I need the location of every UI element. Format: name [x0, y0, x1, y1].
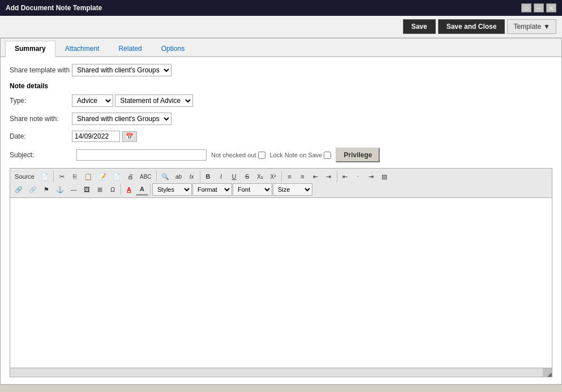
content-area: Share template with Shared with client's…	[1, 57, 561, 384]
not-checked-out-label: Not checked out	[211, 152, 265, 159]
align-left-button[interactable]: ⇤	[339, 170, 351, 183]
editor-toolbar-row2: 🔗 🔗 ⚑ ⚓ — 🖼 ⊞ Ω A A Styles F	[12, 183, 550, 196]
align-right-button[interactable]: ⇥	[365, 170, 377, 183]
sep2	[156, 171, 157, 182]
sep6	[121, 184, 121, 195]
bg-color-button[interactable]: A	[136, 183, 148, 196]
not-checked-out-checkbox[interactable]	[258, 152, 265, 159]
image-button[interactable]: 🖼	[80, 183, 93, 196]
date-label: Date:	[10, 132, 72, 140]
source-button[interactable]: Source	[12, 170, 37, 183]
underline-button[interactable]: U	[228, 170, 241, 183]
share-template-label: Share template with	[10, 66, 72, 74]
sep3	[200, 171, 200, 182]
date-row: Date: 14/09/2022 📅	[10, 131, 552, 142]
font-select[interactable]: Font	[233, 183, 272, 196]
type-row: Type: Advice General Statement of Advice…	[10, 94, 552, 107]
paste-word-button[interactable]: 📄	[110, 170, 123, 183]
sep1	[53, 171, 54, 182]
share-note-label: Share note with:	[10, 115, 72, 123]
title-bar: Add Document Note Template □ ─ ✕	[0, 0, 562, 16]
bold-button[interactable]: B	[202, 170, 214, 183]
print-button[interactable]: 🖨	[124, 170, 136, 183]
lock-note-checkbox[interactable]	[324, 152, 331, 159]
styles-select[interactable]: Styles	[152, 183, 192, 196]
subscript-button[interactable]: X₂	[254, 170, 267, 183]
editor-toolbar-row1: Source 📄 ✂ ⎘ 📋 📝 📄 🖨 ABC 🔍 ab Ix B	[12, 170, 550, 183]
subject-label: Subject:	[10, 151, 72, 159]
remove-format-button[interactable]: Ix	[186, 170, 198, 183]
type-label: Type:	[10, 97, 72, 105]
tab-bar: Summary Attachment Related Options	[1, 38, 561, 57]
save-button[interactable]: Save	[403, 19, 436, 34]
tab-related[interactable]: Related	[109, 41, 151, 56]
share-template-select[interactable]: Shared with client's Groups Private Publ…	[72, 64, 171, 76]
ol-button[interactable]: ≡	[284, 170, 296, 183]
top-toolbar: Save Save and Close Template ▼	[0, 16, 562, 38]
find-button[interactable]: 🔍	[158, 170, 172, 183]
superscript-button[interactable]: X²	[267, 170, 280, 183]
unlink-button[interactable]: 🔗	[26, 183, 40, 196]
type-select[interactable]: Advice General	[72, 94, 113, 107]
window-controls: □ ─ ✕	[521, 3, 556, 12]
align-justify-button[interactable]: ▤	[378, 170, 391, 183]
minimize-button[interactable]: ─	[534, 3, 544, 12]
template-button[interactable]: Template ▼	[507, 19, 556, 34]
align-center-button[interactable]: ⋅	[352, 170, 364, 183]
window-title: Add Document Note Template	[6, 4, 102, 12]
cut-button[interactable]: ✂	[55, 170, 68, 183]
lock-note-label: Lock Note on Save	[270, 152, 332, 159]
find-replace-button[interactable]: ab	[173, 170, 185, 183]
copy-button[interactable]: ⎘	[68, 170, 81, 183]
share-note-row: Share note with: Shared with client's Gr…	[10, 113, 552, 125]
font-color-button[interactable]: A	[123, 183, 135, 196]
main-container: Summary Attachment Related Options Share…	[0, 38, 562, 385]
link-button[interactable]: 🔗	[12, 183, 25, 196]
subject-input[interactable]	[76, 149, 207, 161]
sep4	[281, 171, 282, 182]
save-close-button[interactable]: Save and Close	[438, 19, 505, 34]
share-template-row: Share template with Shared with client's…	[10, 64, 552, 76]
table-button[interactable]: ⊞	[93, 183, 106, 196]
note-details-label: Note details	[10, 82, 552, 90]
privilege-button[interactable]: Privilege	[336, 148, 380, 162]
editor-body[interactable]	[10, 198, 552, 368]
format-select[interactable]: Format	[192, 183, 232, 196]
hr-button[interactable]: —	[67, 183, 80, 196]
restore-button[interactable]: □	[521, 3, 531, 12]
type-sub-select[interactable]: Statement of Advice Record of Advice	[115, 94, 193, 107]
anchor-button[interactable]: ⚓	[53, 183, 67, 196]
tab-summary[interactable]: Summary	[5, 41, 55, 57]
paste-text-button[interactable]: 📝	[96, 170, 109, 183]
special-char-button[interactable]: Ω	[106, 183, 119, 196]
flag-button[interactable]: ⚑	[40, 183, 53, 196]
subject-row: Subject: Not checked out Lock Note on Sa…	[10, 148, 552, 162]
size-select[interactable]: Size	[273, 183, 312, 196]
tab-attachment[interactable]: Attachment	[55, 41, 109, 56]
sep7	[150, 184, 151, 195]
sep5	[337, 171, 337, 182]
ul-button[interactable]: ≡	[297, 170, 309, 183]
close-button[interactable]: ✕	[546, 3, 556, 12]
date-input[interactable]: 14/09/2022	[72, 131, 120, 142]
editor-toolbar: Source 📄 ✂ ⎘ 📋 📝 📄 🖨 ABC 🔍 ab Ix B	[10, 169, 552, 198]
italic-button[interactable]: I	[215, 170, 228, 183]
strikethrough-button[interactable]: S	[241, 170, 254, 183]
outdent-button[interactable]: ⇤	[310, 170, 322, 183]
share-note-select[interactable]: Shared with client's Groups Private Publ…	[72, 113, 171, 125]
spellcheck-button[interactable]: ABC	[137, 170, 155, 183]
resize-handle[interactable]: ◢	[543, 368, 552, 377]
paste-button[interactable]: 📋	[81, 170, 95, 183]
calendar-button[interactable]: 📅	[122, 131, 137, 142]
tab-options[interactable]: Options	[152, 41, 194, 56]
rich-text-editor: Source 📄 ✂ ⎘ 📋 📝 📄 🖨 ABC 🔍 ab Ix B	[10, 168, 552, 377]
indent-button[interactable]: ⇥	[323, 170, 335, 183]
new-doc-button[interactable]: 📄	[38, 170, 52, 183]
scrollbar-area: ◢	[10, 368, 552, 377]
